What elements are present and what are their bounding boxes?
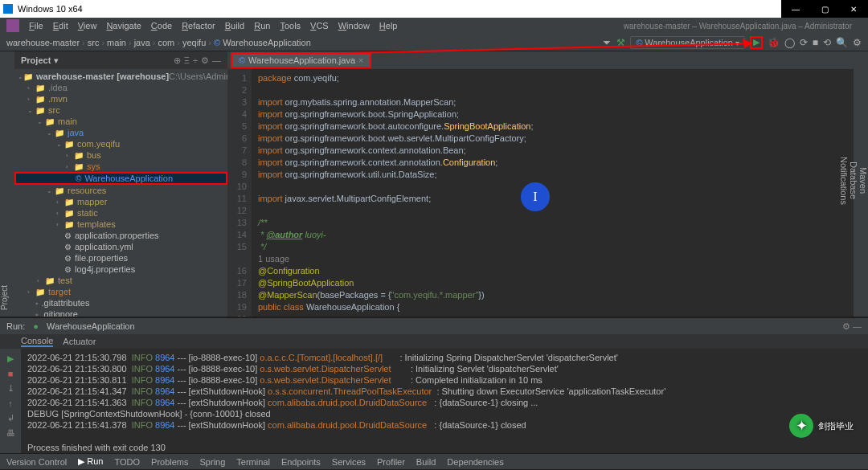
maximize-button[interactable]: ▢ — [810, 0, 839, 18]
settings-icon[interactable]: ⚙ — [853, 37, 862, 48]
tree-item[interactable]: ⌄📁main — [14, 116, 227, 127]
tree-item[interactable]: ›📁.idea — [14, 82, 227, 93]
target-icon[interactable]: ⊕ — [174, 55, 181, 66]
window-title: warehouse-master – WarehouseApplication.… — [624, 22, 852, 31]
stop-icon[interactable]: ■ — [8, 369, 14, 378]
run-tab-icon: ● — [33, 321, 39, 331]
cursor-annotation: I — [521, 182, 550, 211]
watermark: ✦ 剑指毕业 — [789, 414, 854, 438]
tree-item[interactable]: ⌄📁java — [14, 127, 227, 138]
bottom-tab-endpoints[interactable]: Endpoints — [281, 457, 321, 467]
minimize-button[interactable]: — — [781, 0, 810, 18]
hammer-icon[interactable]: ⚒ — [616, 37, 625, 48]
wechat-icon: ✦ — [789, 414, 813, 438]
menu-file[interactable]: File — [29, 21, 43, 31]
tree-item[interactable]: ◦.gitattributes — [14, 297, 227, 309]
bottom-tab-build[interactable]: Build — [416, 457, 436, 467]
menu-edit[interactable]: Edit — [53, 21, 68, 31]
tree-item[interactable]: ⚙log4j.properties — [14, 264, 227, 275]
stop-icon[interactable]: ■ — [813, 37, 818, 48]
menu-vcs[interactable]: VCS — [310, 21, 329, 31]
collapse-icon[interactable]: Ξ — [184, 55, 190, 66]
up-icon[interactable]: ↑ — [8, 398, 13, 408]
close-tab-icon[interactable]: × — [358, 55, 363, 65]
bottom-tab-profiler[interactable]: Profiler — [377, 457, 405, 467]
menu-run[interactable]: Run — [254, 21, 270, 31]
tree-item[interactable]: ⌄📁src — [14, 104, 227, 116]
rerun-icon[interactable]: ▶ — [7, 354, 14, 364]
bottom-tab-version-control[interactable]: Version Control — [6, 457, 67, 467]
tab-console[interactable]: Console — [21, 336, 53, 347]
os-title: Windows 10 x64 — [18, 4, 83, 14]
gear-icon[interactable]: ⚙ — — [842, 321, 862, 332]
run-label: Run: — [6, 321, 25, 331]
tree-item[interactable]: ›📁templates — [14, 219, 227, 230]
profile-icon[interactable]: ⟳ — [800, 37, 808, 48]
tree-item[interactable]: ⌄📁resources — [14, 185, 227, 196]
tab-actuator[interactable]: Actuator — [63, 337, 96, 346]
run-tool-tabs: Console Actuator — [0, 334, 868, 349]
tree-item[interactable]: ©WarehouseApplication — [14, 172, 227, 185]
tree-item[interactable]: ›📁static — [14, 207, 227, 219]
bottom-tab-spring[interactable]: Spring — [200, 457, 226, 467]
menu-code[interactable]: Code — [151, 21, 172, 31]
tree-item[interactable]: ⚙application.yml — [14, 241, 227, 252]
bottom-tab-problems[interactable]: Problems — [151, 457, 188, 467]
search-icon[interactable]: 🔍 — [836, 37, 848, 48]
menu-navigate[interactable]: Navigate — [106, 21, 141, 31]
run-button[interactable]: ▶ — [750, 36, 763, 49]
bottom-tab-todo[interactable]: TODO — [114, 457, 140, 467]
tree-item[interactable]: ⚙file.properties — [14, 252, 227, 264]
menu-window[interactable]: Window — [338, 21, 370, 31]
tree-item[interactable]: ◦.gitignore — [14, 309, 227, 317]
wrap-icon[interactable]: ↲ — [7, 413, 14, 423]
tree-item[interactable]: ›📁target — [14, 286, 227, 297]
menu-build[interactable]: Build — [225, 21, 244, 31]
console-output[interactable]: 2022-06-21 21:15:30.798 INFO 8964 --- [i… — [21, 349, 868, 453]
run-config-name: WarehouseApplication — [47, 321, 135, 331]
menu-help[interactable]: Help — [379, 21, 398, 31]
tab-warehouse-application[interactable]: © WarehouseApplication.java × — [231, 52, 371, 68]
menu-view[interactable]: View — [78, 21, 97, 31]
left-gutter[interactable]: Project — [0, 51, 14, 317]
tree-item[interactable]: ⚙application.properties — [14, 230, 227, 241]
debug-icon[interactable]: 🐞 — [768, 37, 780, 48]
editor-tabs: © WarehouseApplication.java × — [227, 51, 854, 69]
window-controls: — ▢ ✕ — [781, 0, 868, 18]
windows-logo-icon — [3, 4, 13, 14]
right-gutter[interactable]: MavenDatabaseNotifications — [854, 51, 868, 317]
project-tree[interactable]: ⌄📁warehouse-master [warehouse] C:\Users\… — [14, 69, 227, 317]
print-icon[interactable]: 🖶 — [6, 428, 15, 438]
user-icon[interactable]: ⏷ — [602, 37, 612, 48]
os-titlebar: Windows 10 x64 — [0, 0, 868, 18]
tree-item[interactable]: ⌄📁com.yeqifu — [14, 138, 227, 149]
bottom-tool-tabs: Version Control▶ RunTODOProblemsSpringTe… — [0, 453, 868, 469]
tree-item[interactable]: ›📁.mvn — [14, 93, 227, 104]
line-gutter: 123456789101112131415161718192021 — [227, 69, 252, 317]
close-button[interactable]: ✕ — [839, 0, 868, 18]
project-panel: Project ▾ ⊕ Ξ ÷ ⚙ — ⌄📁warehouse-master [… — [14, 51, 227, 317]
bottom-tab-run[interactable]: ▶ Run — [78, 456, 103, 467]
run-config-selector[interactable]: © WarehouseApplication ▾ — [630, 36, 744, 49]
gear-icon[interactable]: ⚙ — [201, 55, 209, 66]
bottom-tab-services[interactable]: Services — [332, 457, 366, 467]
hide-icon[interactable]: — — [212, 55, 221, 66]
expand-icon[interactable]: ÷ — [193, 55, 198, 66]
bottom-tab-terminal[interactable]: Terminal — [236, 457, 270, 467]
code-body[interactable]: package com.yeqifu; import org.mybatis.s… — [252, 69, 854, 317]
menu-refactor[interactable]: Refactor — [182, 21, 215, 31]
tree-item[interactable]: ›📁mapper — [14, 196, 227, 207]
project-header[interactable]: Project ▾ ⊕ Ξ ÷ ⚙ — — [14, 51, 227, 69]
ide-logo-icon — [6, 19, 19, 32]
coverage-icon[interactable]: ◯ — [784, 37, 795, 48]
breadcrumb[interactable]: warehouse-master›src›main›java›com›yeqif… — [6, 38, 311, 47]
exit-icon[interactable]: ⤓ — [7, 383, 14, 394]
tree-item[interactable]: ›📁sys — [14, 161, 227, 172]
tree-item[interactable]: ›📁test — [14, 275, 227, 286]
bottom-tab-dependencies[interactable]: Dependencies — [447, 457, 503, 467]
menubar: FileEditViewNavigateCodeRefactorBuildRun… — [0, 18, 868, 34]
right-tab-maven[interactable]: Maven — [858, 58, 868, 304]
update-icon[interactable]: ⟲ — [823, 37, 831, 48]
tree-item[interactable]: ›📁bus — [14, 149, 227, 161]
menu-tools[interactable]: Tools — [280, 21, 301, 31]
